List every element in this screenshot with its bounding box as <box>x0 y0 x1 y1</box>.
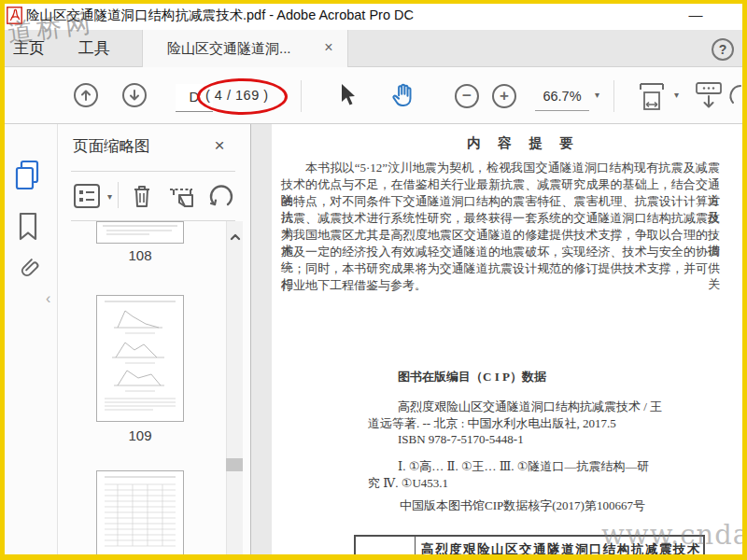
cip-line: ISBN 978-7-5170-5448-1 <box>398 432 524 447</box>
navigation-rail: ‹ <box>0 124 58 560</box>
next-page-button[interactable] <box>122 83 147 107</box>
panel-title: 页面缩略图 <box>73 136 150 157</box>
toolbar-divider <box>613 80 614 112</box>
panel-close-icon[interactable]: × <box>209 135 230 156</box>
frame-border-top <box>0 0 747 4</box>
cip-line: 高烈度艰险山区交通隧道洞口结构抗减震技术 / 王 <box>398 399 662 415</box>
panel-main-divider <box>250 124 251 560</box>
abstract-heading: 内 容 提 要 <box>302 134 740 152</box>
bookmarks-icon[interactable] <box>15 210 41 244</box>
tab-document[interactable]: 险山区交通隧道洞... × <box>142 30 348 67</box>
thumbnail-page-109-preview[interactable] <box>96 295 184 422</box>
cip-register-line: 中国版本图书馆CIP数据核字(2017)第100667号 <box>400 497 645 514</box>
frame-border-bottom <box>0 554 747 560</box>
minimize-button[interactable]: — <box>680 4 712 26</box>
thumbnails-panel: 页面缩略图 × ▾ <box>58 124 250 560</box>
pdf-page: 内 容 提 要 本书拟以“5·12”汶川地震为契机，检视我国交通隧道洞口结构现有… <box>272 124 747 560</box>
zoom-dropdown-caret-icon[interactable]: ▾ <box>595 90 599 100</box>
thumbnail-label-109[interactable]: 109 <box>117 427 163 443</box>
thumbnail-page-108-preview[interactable] <box>96 221 184 244</box>
zoom-in-button[interactable]: + <box>492 84 516 108</box>
cip-line: Ⅰ. ①高… Ⅱ. ①王… Ⅲ. ①隧道口—抗震结构—研 <box>398 458 649 475</box>
cip-heading: 图书在版编目（C I P）数据 <box>398 369 546 385</box>
attachments-icon[interactable] <box>13 253 45 285</box>
page-thumbnails-icon[interactable] <box>13 158 43 193</box>
thumbnails-scrollbar-thumb[interactable] <box>226 458 243 471</box>
fit-width-icon[interactable] <box>637 80 667 112</box>
red-circle-annotation <box>197 78 288 115</box>
tab-close-icon[interactable]: × <box>319 38 338 57</box>
crop-pages-icon[interactable] <box>168 182 196 210</box>
main-toolbar: D ( 4 / 169 ) − + 66.7% ▾ ▾ <box>0 67 747 124</box>
cip-line: 究 Ⅳ. ①U453.1 <box>368 475 448 492</box>
toolbar-divider <box>301 80 302 112</box>
tab-bar: 主页 工具 险山区交通隧道洞... × <box>0 30 747 67</box>
thumbnails-scrollbar[interactable] <box>226 221 243 560</box>
watermark-bottom-right: www.cndao.com <box>601 519 747 551</box>
select-tool-icon[interactable] <box>338 82 359 108</box>
document-tab-title: 险山区交通隧道洞... <box>167 30 291 67</box>
panel-divider <box>71 171 235 172</box>
abstract-line: 行业地下工程借鉴与参考。 <box>281 277 720 293</box>
thumbnail-options-icon[interactable] <box>73 182 105 210</box>
frame-border-right <box>742 0 747 560</box>
previous-page-button[interactable] <box>74 83 98 107</box>
zoom-level-input[interactable]: 66.7% <box>535 83 589 111</box>
title-bar: 险山区交通隧道洞口结构抗减震技术.pdf - Adobe Acrobat Pro… <box>0 0 747 30</box>
active-panel-notch-icon: ‹ <box>46 290 50 307</box>
toolbar-panel-icon[interactable] <box>695 80 723 112</box>
hand-tool-icon[interactable] <box>389 81 417 109</box>
thumbnail-page-110-preview[interactable] <box>96 470 184 560</box>
delete-page-icon[interactable] <box>129 182 155 210</box>
help-icon[interactable]: ? <box>712 38 734 61</box>
document-viewport: 内 容 提 要 本书拟以“5·12”汶川地震为契机，检视我国交通隧道洞口结构现有… <box>251 124 747 560</box>
panel-toolbar-divider <box>118 182 119 208</box>
zoom-out-button[interactable]: − <box>455 84 479 108</box>
frame-border-left <box>0 0 5 560</box>
fit-dropdown-caret-icon[interactable]: ▾ <box>674 90 679 100</box>
cip-line: 道远等著. -- 北京 : 中国水利水电出版社, 2017.5 <box>368 415 616 432</box>
rotate-pages-icon[interactable] <box>207 182 235 210</box>
thumbnail-options-caret-icon[interactable]: ▾ <box>107 191 112 202</box>
thumbnail-label-108[interactable]: 108 <box>117 247 163 263</box>
abstract-line: 本书拟以“5·12”汶川地震为契机，检视我国交通隧道洞口结构现有抗震及减震 <box>281 160 720 175</box>
acrobat-window: 险山区交通隧道洞口结构抗减震技术.pdf - Adobe Acrobat Pro… <box>0 0 747 560</box>
